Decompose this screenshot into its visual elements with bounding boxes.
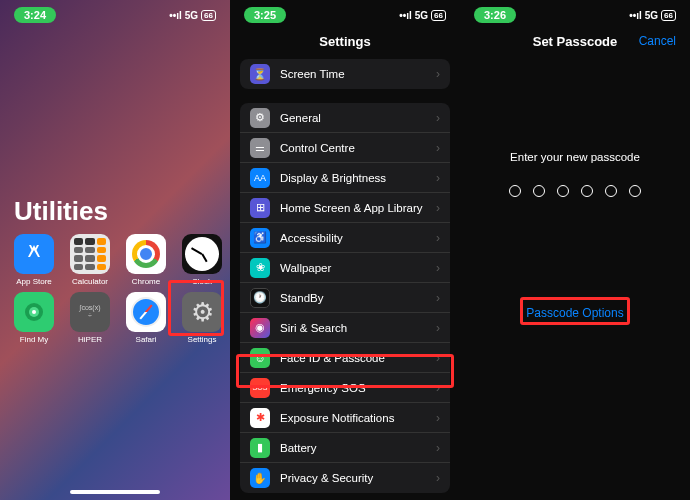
exposure-icon: ✱ bbox=[250, 408, 270, 428]
passcode-dot bbox=[629, 185, 641, 197]
row-wallpaper[interactable]: ❀Wallpaper› bbox=[240, 253, 450, 283]
row-label: Screen Time bbox=[280, 68, 436, 80]
passcode-dot bbox=[581, 185, 593, 197]
settings-screen: 3:25 ••ıl 5G 66 Settings ⏳Screen Time› ⚙… bbox=[230, 0, 460, 500]
sun-icon: AA bbox=[250, 168, 270, 188]
chevron-right-icon: › bbox=[436, 351, 440, 365]
siri-icon: ◉ bbox=[250, 318, 270, 338]
app-calculator[interactable]: Calculator bbox=[66, 234, 114, 286]
time-indicator[interactable]: 3:26 bbox=[474, 7, 516, 23]
app-hiper[interactable]: ∫cos(x)÷HiPER bbox=[66, 292, 114, 344]
clock-icon bbox=[182, 234, 222, 274]
hiper-icon: ∫cos(x)÷ bbox=[70, 292, 110, 332]
chevron-right-icon: › bbox=[436, 471, 440, 485]
chevron-right-icon: › bbox=[436, 411, 440, 425]
chevron-right-icon: › bbox=[436, 261, 440, 275]
row-exposure-notifications[interactable]: ✱Exposure Notifications› bbox=[240, 403, 450, 433]
row-control-centre[interactable]: ⚌Control Centre› bbox=[240, 133, 450, 163]
status-bar: 3:24 ••ıl 5G 66 bbox=[0, 0, 230, 26]
passcode-dot bbox=[557, 185, 569, 197]
home-screen: 3:24 ••ıl 5G 66 Utilities App Store Calc… bbox=[0, 0, 230, 500]
status-bar: 3:25 ••ıl 5G 66 bbox=[230, 0, 460, 26]
row-label: Face ID & Passcode bbox=[280, 352, 436, 364]
battery-icon: 66 bbox=[431, 10, 446, 21]
passcode-dots bbox=[460, 185, 690, 197]
passcode-dot bbox=[605, 185, 617, 197]
faceid-icon: ☺ bbox=[250, 348, 270, 368]
settings-group: ⏳Screen Time› bbox=[240, 59, 450, 89]
passcode-dot bbox=[533, 185, 545, 197]
chevron-right-icon: › bbox=[436, 291, 440, 305]
app-label: Find My bbox=[20, 335, 48, 344]
battery-icon: 66 bbox=[661, 10, 676, 21]
app-safari[interactable]: Safari bbox=[122, 292, 170, 344]
chevron-right-icon: › bbox=[436, 381, 440, 395]
flower-icon: ❀ bbox=[250, 258, 270, 278]
network-label: 5G bbox=[415, 10, 428, 21]
passcode-dot bbox=[509, 185, 521, 197]
title-label: Set Passcode bbox=[533, 34, 618, 49]
row-accessibility[interactable]: ♿Accessibility› bbox=[240, 223, 450, 253]
row-label: Wallpaper bbox=[280, 262, 436, 274]
passcode-options-button[interactable]: Passcode Options bbox=[460, 306, 690, 320]
app-label: Settings bbox=[188, 335, 217, 344]
app-label: Safari bbox=[136, 335, 157, 344]
row-emergency-sos[interactable]: SOSEmergency SOS› bbox=[240, 373, 450, 403]
app-chrome[interactable]: Chrome bbox=[122, 234, 170, 286]
toggles-icon: ⚌ bbox=[250, 138, 270, 158]
row-label: Siri & Search bbox=[280, 322, 436, 334]
chevron-right-icon: › bbox=[436, 321, 440, 335]
row-label: Exposure Notifications bbox=[280, 412, 436, 424]
page-title: Settings bbox=[230, 26, 460, 59]
app-label: App Store bbox=[16, 277, 52, 286]
time-indicator[interactable]: 3:24 bbox=[14, 7, 56, 23]
appstore-icon bbox=[14, 234, 54, 274]
battery-icon: ▮ bbox=[250, 438, 270, 458]
app-clock[interactable]: Clock bbox=[178, 234, 226, 286]
row-standby[interactable]: 🕐StandBy› bbox=[240, 283, 450, 313]
home-indicator[interactable] bbox=[70, 490, 160, 494]
row-screen-time[interactable]: ⏳Screen Time› bbox=[240, 59, 450, 89]
row-label: Display & Brightness bbox=[280, 172, 436, 184]
clock-icon: 🕐 bbox=[250, 288, 270, 308]
row-label: General bbox=[280, 112, 436, 124]
settings-icon: ⚙ bbox=[182, 292, 222, 332]
settings-list[interactable]: ⏳Screen Time› ⚙General› ⚌Control Centre›… bbox=[230, 59, 460, 493]
svg-point-2 bbox=[32, 310, 36, 314]
row-battery[interactable]: ▮Battery› bbox=[240, 433, 450, 463]
chevron-right-icon: › bbox=[436, 111, 440, 125]
app-settings[interactable]: ⚙Settings bbox=[178, 292, 226, 344]
time-indicator[interactable]: 3:25 bbox=[244, 7, 286, 23]
app-label: Calculator bbox=[72, 277, 108, 286]
passcode-prompt: Enter your new passcode bbox=[460, 151, 690, 163]
app-findmy[interactable]: Find My bbox=[10, 292, 58, 344]
folder-title: Utilities bbox=[14, 196, 108, 227]
row-privacy-security[interactable]: ✋Privacy & Security› bbox=[240, 463, 450, 493]
accessibility-icon: ♿ bbox=[250, 228, 270, 248]
row-display-brightness[interactable]: AADisplay & Brightness› bbox=[240, 163, 450, 193]
signal-icon: ••ıl bbox=[629, 10, 642, 21]
calculator-icon bbox=[70, 234, 110, 274]
row-face-id-passcode[interactable]: ☺Face ID & Passcode› bbox=[240, 343, 450, 373]
page-title: Set Passcode Cancel bbox=[460, 26, 690, 59]
network-label: 5G bbox=[185, 10, 198, 21]
chevron-right-icon: › bbox=[436, 231, 440, 245]
row-general[interactable]: ⚙General› bbox=[240, 103, 450, 133]
row-label: Accessibility bbox=[280, 232, 436, 244]
row-home-screen[interactable]: ⊞Home Screen & App Library› bbox=[240, 193, 450, 223]
safari-icon bbox=[126, 292, 166, 332]
hand-icon: ✋ bbox=[250, 468, 270, 488]
app-label: Clock bbox=[192, 277, 212, 286]
status-right: ••ıl 5G 66 bbox=[629, 10, 676, 21]
chevron-right-icon: › bbox=[436, 67, 440, 81]
app-appstore[interactable]: App Store bbox=[10, 234, 58, 286]
settings-group: ⚙General› ⚌Control Centre› AADisplay & B… bbox=[240, 103, 450, 493]
cancel-button[interactable]: Cancel bbox=[639, 34, 676, 48]
app-grid: App Store Calculator Chrome Clock Find M… bbox=[10, 234, 226, 344]
row-siri-search[interactable]: ◉Siri & Search› bbox=[240, 313, 450, 343]
chevron-right-icon: › bbox=[436, 141, 440, 155]
set-passcode-screen: 3:26 ••ıl 5G 66 Set Passcode Cancel Ente… bbox=[460, 0, 690, 500]
signal-icon: ••ıl bbox=[169, 10, 182, 21]
row-label: Battery bbox=[280, 442, 436, 454]
status-right: ••ıl 5G 66 bbox=[399, 10, 446, 21]
